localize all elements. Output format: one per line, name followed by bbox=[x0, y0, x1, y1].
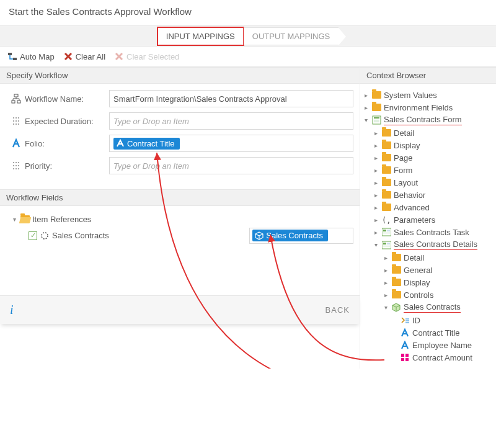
tree-general[interactable]: General bbox=[363, 264, 494, 276]
svg-rect-17 bbox=[387, 243, 390, 244]
autonumber-icon bbox=[400, 315, 410, 325]
folder-icon bbox=[381, 128, 391, 138]
expand-icon[interactable] bbox=[11, 216, 17, 223]
automap-button[interactable]: Auto Map bbox=[7, 52, 55, 61]
svg-rect-9 bbox=[374, 122, 379, 122]
tab-input-mappings[interactable]: INPUT MAPPINGS bbox=[157, 27, 244, 45]
tree-env-fields[interactable]: Environment Fields bbox=[363, 101, 494, 114]
workflow-icon bbox=[11, 94, 21, 104]
svg-rect-15 bbox=[382, 241, 391, 249]
folder-icon bbox=[391, 290, 401, 300]
priority-icon bbox=[11, 161, 21, 171]
tree-sales-contracts-details[interactable]: Sales Contracts Details bbox=[363, 238, 494, 251]
tree-form[interactable]: Form bbox=[363, 164, 494, 176]
tree-employee-name[interactable]: Employee Name bbox=[363, 339, 494, 351]
tree-detail2[interactable]: Detail bbox=[363, 251, 494, 264]
folder-icon bbox=[381, 140, 391, 150]
sales-contracts-chip[interactable]: Sales Contracts bbox=[252, 230, 328, 241]
workflow-name-input[interactable]: SmartForm Integration\Sales Contracts Ap… bbox=[109, 90, 353, 107]
svg-rect-8 bbox=[374, 120, 379, 120]
expected-duration-input[interactable]: Type or Drop an Item bbox=[109, 112, 353, 130]
tree-id[interactable]: ID bbox=[363, 314, 494, 326]
svg-rect-19 bbox=[401, 354, 404, 357]
folder-icon bbox=[381, 165, 391, 175]
toolbar: Auto Map Clear All Clear Selected bbox=[0, 47, 496, 67]
svg-rect-1 bbox=[13, 58, 17, 60]
workflow-name-label: Workflow Name: bbox=[25, 94, 84, 104]
tree-detail[interactable]: Detail bbox=[363, 127, 494, 139]
parameters-icon: (,) bbox=[381, 215, 391, 225]
svg-rect-2 bbox=[14, 94, 18, 97]
context-browser-header: Context Browser bbox=[360, 67, 496, 84]
view-icon bbox=[381, 240, 391, 250]
tree-behavior[interactable]: Behavior bbox=[363, 189, 494, 201]
svg-rect-22 bbox=[405, 358, 409, 361]
folio-icon bbox=[11, 138, 21, 148]
folder-icon bbox=[391, 253, 401, 262]
svg-rect-14 bbox=[383, 233, 390, 233]
folder-icon bbox=[371, 102, 381, 112]
svg-rect-11 bbox=[382, 228, 391, 236]
folder-icon bbox=[381, 202, 391, 212]
back-button[interactable]: BACK bbox=[326, 305, 350, 315]
page-title: Start the Sales Contracts Approval Workf… bbox=[0, 0, 496, 25]
svg-rect-0 bbox=[8, 53, 12, 55]
folder-open-icon bbox=[20, 214, 30, 224]
tree-system-values[interactable]: System Values bbox=[363, 89, 494, 101]
clearselected-button: Clear Selected bbox=[114, 52, 179, 61]
tree-page[interactable]: Page bbox=[363, 151, 494, 164]
duration-icon bbox=[11, 116, 21, 126]
priority-input[interactable]: Type or Drop an Item bbox=[109, 157, 353, 174]
tree-layout[interactable]: Layout bbox=[363, 176, 494, 189]
clearall-button[interactable]: Clear All bbox=[63, 52, 105, 61]
x-icon-pink bbox=[114, 52, 124, 61]
svg-rect-18 bbox=[383, 246, 390, 246]
context-tree: System Values Environment Fields Sales C… bbox=[360, 84, 496, 369]
info-icon[interactable]: i bbox=[10, 303, 14, 317]
footer-bar: i BACK bbox=[0, 295, 360, 324]
smartobject-icon bbox=[40, 231, 50, 241]
tab-output-mappings[interactable]: OUTPUT MAPPINGS bbox=[244, 27, 339, 45]
svg-rect-4 bbox=[17, 101, 20, 103]
priority-label: Priority: bbox=[25, 161, 52, 171]
text-field-icon bbox=[400, 328, 410, 338]
specify-workflow-header: Specify Workflow bbox=[0, 67, 360, 84]
automap-icon bbox=[7, 52, 17, 61]
expected-duration-label: Expected Duration: bbox=[25, 117, 94, 126]
folder-icon bbox=[391, 265, 401, 275]
svg-text:(,): (,) bbox=[382, 216, 391, 224]
mapping-tabs: INPUT MAPPINGS OUTPUT MAPPINGS bbox=[0, 25, 496, 47]
tree-contract-amount[interactable]: Contract Amount bbox=[363, 351, 494, 364]
folder-icon bbox=[371, 90, 381, 100]
folder-icon bbox=[381, 190, 391, 200]
workflow-fields-header: Workflow Fields bbox=[0, 189, 360, 206]
svg-rect-13 bbox=[387, 230, 390, 231]
folder-icon bbox=[381, 153, 391, 163]
tree-contract-title[interactable]: Contract Title bbox=[363, 326, 494, 339]
tree-display[interactable]: Display bbox=[363, 139, 494, 151]
tree-parameters[interactable]: (,)Parameters bbox=[363, 213, 494, 226]
tree-advanced[interactable]: Advanced bbox=[363, 201, 494, 213]
svg-rect-3 bbox=[12, 101, 15, 103]
svg-rect-12 bbox=[383, 230, 386, 231]
svg-point-5 bbox=[42, 233, 48, 239]
folio-input[interactable]: Contract Title bbox=[109, 135, 353, 152]
sales-contracts-field[interactable]: ✓ Sales Contracts Sales Contracts bbox=[11, 226, 353, 246]
tree-sales-contracts-task[interactable]: Sales Contracts Task bbox=[363, 226, 494, 238]
form-icon bbox=[371, 115, 381, 125]
item-references-node[interactable]: Item References bbox=[11, 212, 353, 226]
number-field-icon bbox=[400, 352, 410, 362]
x-icon-red bbox=[63, 52, 73, 61]
tree-display2[interactable]: Display bbox=[363, 276, 494, 289]
svg-rect-7 bbox=[374, 117, 379, 119]
tree-controls[interactable]: Controls bbox=[363, 289, 494, 301]
svg-rect-21 bbox=[401, 358, 404, 361]
tree-sales-contracts-so[interactable]: Sales Contracts bbox=[363, 301, 494, 314]
folio-label: Folio: bbox=[25, 139, 45, 148]
svg-rect-20 bbox=[405, 354, 409, 357]
checkbox-checked-icon[interactable]: ✓ bbox=[29, 231, 37, 240]
svg-rect-16 bbox=[383, 243, 386, 244]
smartobject-cube-icon bbox=[391, 303, 401, 313]
contract-title-chip[interactable]: Contract Title bbox=[113, 138, 180, 150]
tree-sales-contracts-form[interactable]: Sales Contracts Form bbox=[363, 114, 494, 127]
